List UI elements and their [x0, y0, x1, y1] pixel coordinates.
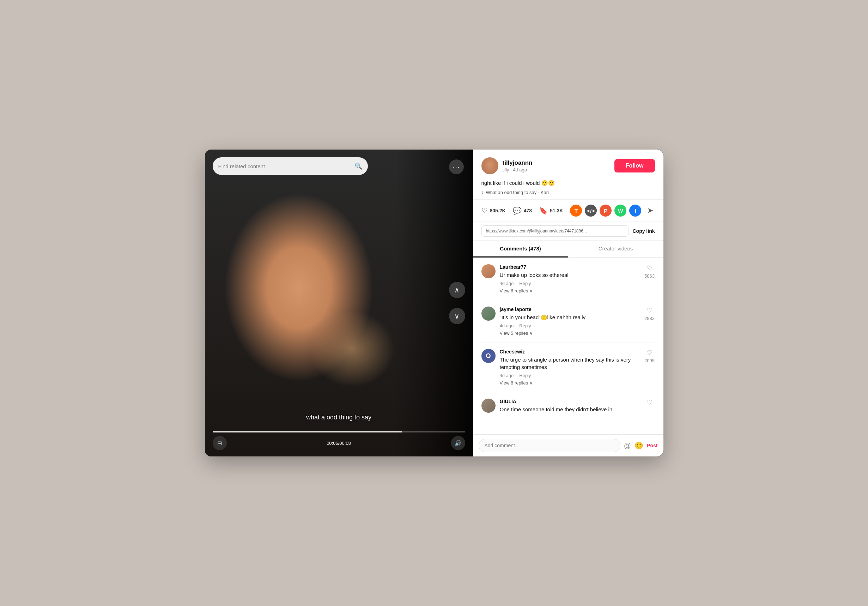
comment-item: O Cheesewiz The urge to strangle a perso… — [481, 343, 655, 392]
stats-row: ♡ 805.2K 💬 478 🔖 51.3K T </> P W f ➤ — [473, 200, 663, 222]
comment-body: jayme laporte "It's in your head"🙃like n… — [500, 307, 640, 336]
post-header: tillyjoannn tilly · 4d ago Follow right … — [473, 150, 663, 200]
music-note-icon: ♪ — [481, 189, 484, 195]
more-button[interactable]: ··· — [449, 160, 464, 174]
avatar — [481, 157, 498, 174]
video-panel: 🔍 ··· ∧ ∨ what a odd thing to say ⊟ — [205, 150, 473, 456]
music-title: What an odd thing to say - Kari — [486, 190, 549, 195]
comment-time: 4d ago — [500, 281, 514, 286]
comment-username: GIULIA — [500, 398, 640, 404]
chevron-down-icon: ∨ — [529, 288, 533, 293]
heart-icon: ♡ — [481, 206, 488, 215]
share-more-icon[interactable]: ➤ — [644, 205, 656, 217]
heart-icon: ♡ — [647, 307, 653, 314]
comment-text: Ur make up looks so ethereal — [500, 271, 640, 279]
follow-button[interactable]: Follow — [614, 159, 655, 172]
comment-item: Laurbear77 Ur make up looks so ethereal … — [481, 258, 655, 300]
add-comment-bar: @ 🙂 Post — [473, 434, 663, 456]
heart-icon: ♡ — [647, 349, 653, 356]
video-caption: what a odd thing to say — [205, 414, 473, 421]
share-icons: T </> P W f ➤ — [570, 205, 656, 217]
video-dark-overlay — [395, 150, 473, 456]
avatar — [481, 398, 496, 413]
share-pinner-icon[interactable]: P — [600, 205, 612, 217]
volume-icon: 🔊 — [455, 440, 462, 446]
search-input[interactable] — [218, 163, 351, 169]
comment-icon: 💬 — [513, 206, 522, 215]
volume-button[interactable]: 🔊 — [451, 436, 465, 450]
comment-text: "It's in your head"🙃like nahhh really — [500, 313, 640, 321]
post-caption: right like if i could i would 🙂🙂 — [481, 179, 655, 187]
likes-count: 805.2K — [490, 208, 506, 214]
comment-username: Laurbear77 — [500, 264, 640, 270]
view-replies-button[interactable]: View 5 replies ∨ — [500, 330, 640, 336]
saves-count: 51.3K — [550, 208, 563, 214]
emoji-button[interactable]: 🙂 — [634, 441, 643, 450]
comment-like[interactable]: ♡ 2095 — [645, 349, 655, 386]
reply-button[interactable]: Reply — [519, 373, 531, 378]
comments-stat[interactable]: 💬 478 — [513, 206, 532, 215]
saves-stat[interactable]: 🔖 51.3K — [539, 206, 563, 215]
nav-up-button[interactable]: ∧ — [449, 282, 465, 298]
comment-meta: 4d ago Reply — [500, 281, 640, 286]
reply-button[interactable]: Reply — [519, 281, 531, 286]
app-container: 🔍 ··· ∧ ∨ what a odd thing to say ⊟ — [205, 150, 663, 456]
share-tiktok-icon[interactable]: T — [570, 205, 582, 217]
comment-body: Laurbear77 Ur make up looks so ethereal … — [500, 264, 640, 293]
share-facebook-icon[interactable]: f — [629, 205, 641, 217]
at-mention-button[interactable]: @ — [624, 442, 631, 450]
copy-link-button[interactable]: Copy link — [632, 228, 655, 234]
bookmark-icon: 🔖 — [539, 206, 548, 215]
link-url: https://www.tiktok.com/@tillyjoannn/vide… — [481, 225, 629, 237]
chevron-down-icon: ∨ — [529, 380, 533, 386]
time-display: 00:06/00:08 — [327, 440, 351, 446]
comment-username: Cheesewiz — [500, 349, 640, 355]
post-comment-button[interactable]: Post — [647, 443, 657, 448]
video-controls: ⊟ 00:06/00:08 🔊 — [205, 428, 473, 456]
progress-fill — [213, 431, 402, 432]
comment-text: The urge to strangle a person when they … — [500, 356, 640, 371]
view-replies-button[interactable]: View 8 replies ∨ — [500, 380, 640, 386]
avatar: O — [481, 349, 496, 363]
nav-down-button[interactable]: ∨ — [449, 308, 465, 324]
chevron-up-icon: ∧ — [454, 286, 460, 294]
comment-meta: 4d ago Reply — [500, 373, 640, 378]
tab-creator-videos[interactable]: Creator videos — [568, 240, 663, 257]
comment-like[interactable]: ♡ — [645, 398, 655, 415]
comment-item: GIULIA One time someone told me they did… — [481, 392, 655, 422]
comment-meta: 4d ago Reply — [500, 323, 640, 329]
avatar-face — [481, 157, 498, 174]
avatar — [481, 307, 496, 321]
progress-bar[interactable] — [213, 431, 465, 432]
caption-toggle-button[interactable]: ⊟ — [213, 436, 227, 450]
like-count: 5863 — [645, 273, 655, 279]
tab-comments[interactable]: Comments (478) — [473, 240, 568, 257]
add-comment-input[interactable] — [479, 439, 620, 452]
share-code-icon[interactable]: </> — [585, 205, 597, 217]
reply-button[interactable]: Reply — [519, 323, 531, 329]
share-whatsapp-icon[interactable]: W — [614, 205, 626, 217]
comment-like[interactable]: ♡ 5863 — [645, 264, 655, 293]
link-row: https://www.tiktok.com/@tillyjoannn/vide… — [473, 222, 663, 240]
comment-time: 4d ago — [500, 323, 514, 329]
comment-time: 4d ago — [500, 373, 514, 378]
search-icon: 🔍 — [355, 162, 362, 170]
chevron-down-icon: ∨ — [454, 312, 460, 320]
more-icon: ··· — [453, 163, 460, 171]
user-row: tillyjoannn tilly · 4d ago Follow — [481, 157, 655, 174]
user-meta: tilly · 4d ago — [502, 167, 533, 172]
likes-stat[interactable]: ♡ 805.2K — [481, 206, 506, 215]
view-replies-button[interactable]: View 6 replies ∨ — [500, 288, 640, 293]
controls-row: ⊟ 00:06/00:08 🔊 — [213, 436, 465, 450]
comment-like[interactable]: ♡ 2882 — [645, 307, 655, 336]
comments-count: 478 — [524, 208, 532, 214]
comments-section: Laurbear77 Ur make up looks so ethereal … — [473, 258, 663, 434]
chevron-down-icon: ∨ — [529, 330, 533, 336]
comment-body: Cheesewiz The urge to strangle a person … — [500, 349, 640, 386]
username: tillyjoannn — [502, 160, 533, 166]
comment-username: jayme laporte — [500, 307, 640, 312]
user-info: tillyjoannn tilly · 4d ago — [481, 157, 533, 174]
like-count: 2095 — [645, 358, 655, 363]
comment-body: GIULIA One time someone told me they did… — [500, 398, 640, 415]
heart-icon: ♡ — [647, 398, 653, 406]
